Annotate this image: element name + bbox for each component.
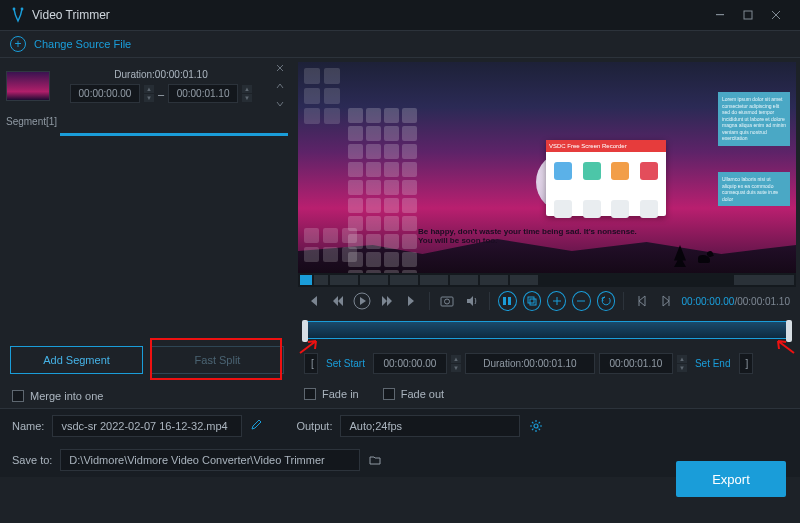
svg-point-1 [21,8,24,11]
merge-label: Merge into one [30,390,103,402]
segment-end-stepper[interactable]: ▲▼ [242,85,252,102]
segment-start-input[interactable]: 00:00:00.00 [70,84,140,103]
fade-row: Fade in Fade out [304,388,790,400]
name-value[interactable]: vsdc-sr 2022-02-07 16-12-32.mp4 [52,415,242,437]
tutorial-arrow-left [298,339,320,355]
segment-end-input[interactable]: 00:00:01.10 [168,84,238,103]
remove-button[interactable] [572,291,591,311]
copy-button[interactable] [523,291,542,311]
set-end-button[interactable]: Set End [691,358,735,369]
prev-frame-button[interactable] [329,291,348,311]
next-segment-button[interactable] [402,291,421,311]
svg-rect-5 [441,297,453,306]
plus-icon: + [10,36,26,52]
app-title: Video Trimmer [32,8,706,22]
fade-in-label: Fade in [322,388,359,400]
sticky-note-1: Lorem ipsum dolor sit amet consectetur a… [718,92,790,146]
svg-point-6 [445,299,450,304]
time-display: 00:00:00.00/00:00:01.10 [682,296,790,307]
segment-info: Duration:00:00:01.10 00:00:00.00 ▲▼ – 00… [0,58,294,114]
fade-out-label: Fade out [401,388,444,400]
trim-start-stepper[interactable]: ▲▼ [451,355,461,372]
svg-rect-3 [744,11,752,19]
play-button[interactable] [353,291,372,311]
next-frame-button[interactable] [378,291,397,311]
output-value[interactable]: Auto;24fps [340,415,520,437]
svg-rect-8 [508,297,511,305]
bottom-bar: Name: vsdc-sr 2022-02-07 16-12-32.mp4 Ou… [0,408,800,477]
change-source-file-button[interactable]: + Change Source File [0,30,800,58]
undo-button[interactable] [597,291,616,311]
edit-name-icon[interactable] [250,419,262,433]
segment-close-icon[interactable] [272,61,288,75]
save-to-input[interactable]: D:\Vidmore\Vidmore Video Converter\Video… [60,449,360,471]
set-start-button[interactable]: Set Start [322,358,369,369]
segment-duration-label: Duration:00:00:01.10 [56,69,266,80]
wallpaper-caption: Be happy, don't waste your time being sa… [418,227,637,245]
maximize-button[interactable] [734,1,762,29]
timeline[interactable] [304,321,790,339]
sticky-note-2: Ullamco laboris nisi ut aliquip ex ea co… [718,172,790,206]
fast-split-button[interactable]: Fast Split [151,346,284,374]
export-button[interactable]: Export [676,461,786,497]
svg-point-0 [13,8,16,11]
preview-popup-window: VSDC Free Screen Recorder [546,140,666,216]
save-to-label: Save to: [12,454,52,466]
trim-end-input[interactable]: 00:00:01.10 [599,353,673,374]
add-segment-button[interactable]: Add Segment [10,346,143,374]
segment-move-up-icon[interactable] [272,79,288,93]
segment-thumbnail[interactable] [6,71,50,101]
snapshot-button[interactable] [438,291,457,311]
svg-rect-7 [503,297,506,305]
add-button[interactable] [547,291,566,311]
svg-rect-2 [716,14,724,15]
output-settings-icon[interactable] [528,418,544,434]
svg-rect-10 [530,299,536,305]
trim-time-row: [ Set Start 00:00:00.00 ▲▼ Duration:00:0… [304,353,790,374]
name-label: Name: [12,420,44,432]
volume-button[interactable] [462,291,481,311]
app-logo-icon [10,7,26,23]
segment-label: Segment[1] [0,114,294,129]
segment-start-stepper[interactable]: ▲▼ [144,85,154,102]
fade-in-checkbox[interactable] [304,388,316,400]
trim-start-input[interactable]: 00:00:00.00 [373,353,447,374]
minimize-button[interactable] [706,1,734,29]
merge-checkbox[interactable] [12,390,24,402]
close-button[interactable] [762,1,790,29]
tutorial-arrow-right [774,339,796,355]
split-button[interactable] [498,291,517,311]
preview-panel: Be happy, don't waste your time being sa… [294,58,800,408]
trim-duration-label: Duration:00:00:01.10 [465,353,595,374]
output-label: Output: [296,420,332,432]
fade-out-checkbox[interactable] [383,388,395,400]
change-source-label: Change Source File [34,38,131,50]
trim-end-stepper[interactable]: ▲▼ [677,355,687,372]
mark-in-button[interactable] [632,291,651,311]
prev-segment-button[interactable] [304,291,323,311]
playback-controls: 00:00:00.00/00:00:01.10 [294,287,800,315]
segments-panel: Duration:00:00:01.10 00:00:00.00 ▲▼ – 00… [0,58,294,408]
svg-rect-9 [528,297,534,303]
video-preview[interactable]: Be happy, don't waste your time being sa… [298,62,796,287]
title-bar: Video Trimmer [0,0,800,30]
svg-point-11 [534,424,538,428]
browse-folder-icon[interactable] [368,453,382,467]
mark-out-button[interactable] [657,291,676,311]
segment-dash: – [158,88,164,100]
segment-move-down-icon[interactable] [272,97,288,111]
